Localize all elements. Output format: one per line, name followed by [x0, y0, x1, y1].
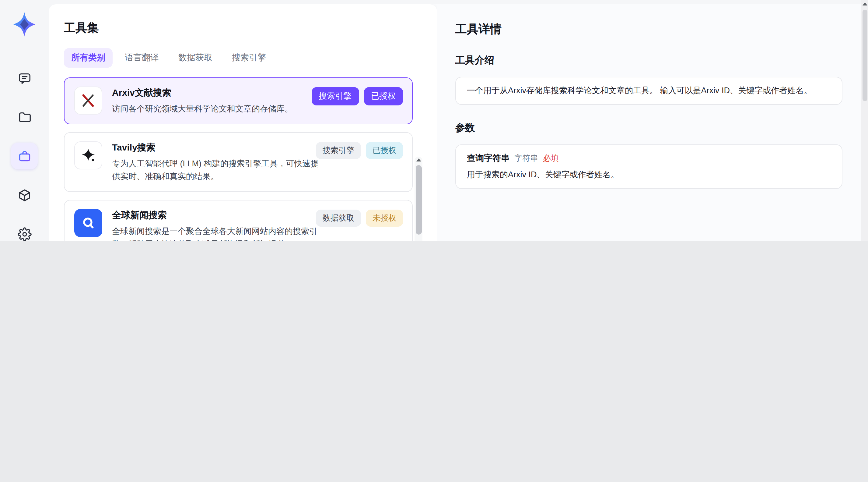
tool-name: Arxiv文献搜索	[112, 87, 293, 99]
arxiv-logo-icon	[74, 87, 102, 115]
page-scrollbar[interactable]	[861, 0, 868, 241]
sidebar-item-tools[interactable]	[11, 143, 38, 169]
briefcase-icon	[17, 149, 31, 163]
category-tabs: 所有类别 语言翻译 数据获取 搜索引擎	[64, 48, 437, 68]
tool-name: 全球新闻搜索	[112, 209, 319, 221]
tool-card-tavily[interactable]: Tavily搜索 专为人工智能代理 (LLM) 构建的搜索引擎工具，可快速提供实…	[64, 132, 413, 192]
param-card: 查询字符串 字符串 必填 用于搜索的Arxiv ID、关键字或作者姓名。	[455, 144, 842, 189]
tool-auth-badge[interactable]: 已授权	[366, 142, 403, 159]
tool-cards-viewport: Arxiv文献搜索 访问各个研究领域大量科学论文和文章的存储库。 搜索引擎 已授…	[64, 77, 437, 241]
param-type: 字符串	[514, 153, 538, 164]
sidebar-item-settings[interactable]	[11, 221, 38, 241]
detail-title: 工具详情	[455, 21, 842, 37]
intro-heading: 工具介绍	[455, 54, 842, 67]
tool-card-global-news[interactable]: 全球新闻搜索 全球新闻搜索是一个聚合全球各大新闻网站内容的搜索引擎，帮助用户快速…	[64, 200, 413, 241]
chat-icon	[17, 71, 31, 85]
tool-name: Tavily搜索	[112, 142, 319, 153]
tool-list-title: 工具集	[64, 20, 437, 36]
folder-icon	[17, 110, 31, 124]
tool-list-panel: 工具集 所有类别 语言翻译 数据获取 搜索引擎	[49, 4, 437, 241]
tool-category-badge: 搜索引擎	[316, 142, 361, 159]
tavily-star-icon	[74, 141, 102, 169]
tool-description: 全球新闻搜索是一个聚合全球各大新闻网站内容的搜索引擎，帮助用户快速获取全球最新资…	[112, 225, 319, 241]
tool-list-scrollbar[interactable]	[414, 157, 423, 241]
scrollbar-thumb[interactable]	[415, 165, 422, 235]
tab-translation[interactable]: 语言翻译	[118, 48, 166, 68]
cube-icon	[17, 188, 31, 202]
intro-text: 一个用于从Arxiv存储库搜索科学论文和文章的工具。 输入可以是Arxiv ID…	[467, 85, 831, 96]
sidebar	[0, 0, 49, 241]
tool-description: 专为人工智能代理 (LLM) 构建的搜索引擎工具，可快速提供实时、准确和真实的结…	[112, 157, 319, 183]
tab-search-engine[interactable]: 搜索引擎	[225, 48, 273, 68]
scroll-up-icon[interactable]	[416, 159, 421, 162]
sidebar-item-chat[interactable]	[11, 64, 38, 91]
scroll-up-icon[interactable]	[862, 2, 867, 5]
param-name: 查询字符串	[467, 153, 509, 164]
app-logo-icon[interactable]	[11, 11, 38, 38]
sidebar-item-models[interactable]	[11, 181, 38, 208]
sidebar-item-files[interactable]	[11, 104, 38, 131]
tool-detail-panel: 工具详情 工具介绍 一个用于从Arxiv存储库搜索科学论文和文章的工具。 输入可…	[437, 4, 861, 241]
tool-card-arxiv[interactable]: Arxiv文献搜索 访问各个研究领域大量科学论文和文章的存储库。 搜索引擎 已授…	[64, 77, 413, 124]
app-window: 工具集 所有类别 语言翻译 数据获取 搜索引擎	[0, 0, 868, 241]
tool-category-badge: 数据获取	[316, 209, 361, 227]
tool-category-badge: 搜索引擎	[311, 87, 359, 106]
scrollbar-thumb[interactable]	[863, 10, 867, 101]
tool-auth-badge[interactable]: 未授权	[366, 209, 403, 227]
main-panel: 工具集 所有类别 语言翻译 数据获取 搜索引擎	[49, 4, 861, 241]
tab-data-fetch[interactable]: 数据获取	[171, 48, 220, 68]
tool-auth-badge[interactable]: 已授权	[364, 87, 403, 106]
params-heading: 参数	[455, 122, 842, 135]
intro-card: 一个用于从Arxiv存储库搜索科学论文和文章的工具。 输入可以是Arxiv ID…	[455, 77, 842, 105]
param-required-badge: 必填	[543, 153, 559, 164]
tab-all-categories[interactable]: 所有类别	[64, 48, 113, 68]
gear-icon	[17, 227, 31, 241]
param-description: 用于搜索的Arxiv ID、关键字或作者姓名。	[467, 169, 831, 180]
tool-description: 访问各个研究领域大量科学论文和文章的存储库。	[112, 103, 293, 115]
q-news-icon	[74, 209, 102, 237]
